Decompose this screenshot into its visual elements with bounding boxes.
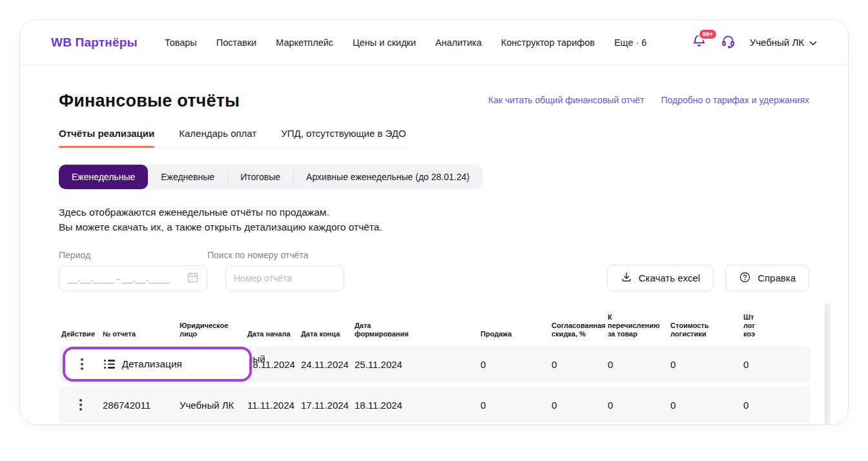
transfer-cell: 0 (608, 400, 670, 411)
segment-final[interactable]: Итоговые (227, 165, 293, 189)
legal-entity-cell: Учебный ЛК (180, 400, 247, 411)
report-number-input[interactable] (234, 273, 336, 283)
description-line-1: Здесь отображаются еженедельные отчёты п… (59, 205, 809, 220)
wb-partners-logo[interactable]: WB Партнёры (51, 36, 138, 50)
clipped-cell: 0 (743, 359, 811, 370)
segment-daily[interactable]: Ежедневные (148, 165, 227, 189)
reports-table: Действие № отчета Юридическое лицо Дата … (59, 313, 811, 425)
formation-date-cell: 25.11.2024 (355, 359, 480, 370)
discount-cell: 0 (552, 359, 608, 370)
nav-item-tariff-constructor[interactable]: Конструктор тарифов (501, 37, 595, 48)
col-header-logistics-cost: Стоимость логистики (670, 322, 721, 338)
question-circle-icon (739, 271, 751, 285)
end-date-cell: 24.11.2024 (301, 359, 355, 370)
period-input[interactable]: __.__.____ - __.__.____ (59, 265, 207, 291)
table-row[interactable]: 286742011 Учебный ЛК 11.11.2024 17.11.20… (59, 387, 811, 423)
col-header-agreed-discount: Согласованная скидка, % (552, 322, 602, 338)
sale-cell: 0 (480, 400, 552, 411)
tab-upd-missing-edo[interactable]: УПД, отсутствующие в ЭДО (281, 128, 406, 147)
link-how-to-read-report[interactable]: Как читать общий финансовый отчёт (488, 95, 644, 105)
filter-row: Период __.__.____ - __.__.____ Поиск по … (59, 250, 809, 291)
start-date-cell: 18.11.2024 (247, 359, 301, 370)
nav-item-marketplace[interactable]: Маркетплейс (276, 37, 333, 48)
nav-item-more[interactable]: Еще · 6 (614, 37, 646, 48)
top-navigation-bar: WB Партнёры Товары Поставки Маркетплейс … (20, 20, 848, 65)
report-no-cell: 286742011 (103, 400, 180, 411)
end-date-cell: 17.11.2024 (301, 400, 355, 411)
logistics-cell: 0 (670, 359, 743, 370)
col-header-sale: Продажа (480, 330, 552, 338)
help-button[interactable]: Справка (725, 265, 809, 291)
nav-item-prices-discounts[interactable]: Цены и скидки (353, 37, 416, 48)
col-header-start-date: Дата начала (247, 330, 298, 338)
col-header-clipped: Шт лог коэ (743, 313, 811, 338)
page-title: Финансовые отчёты (59, 91, 240, 111)
download-excel-label: Скачать excel (639, 272, 700, 283)
chevron-down-icon (809, 37, 817, 48)
col-header-legal-entity: Юридическое лицо (180, 322, 230, 338)
col-header-report-no: № отчета (103, 330, 180, 338)
segment-weekly[interactable]: Еженедельные (59, 165, 148, 189)
period-mask-value: __.__.____ - __.__.____ (67, 274, 170, 283)
download-excel-button[interactable]: Скачать excel (607, 265, 714, 291)
col-header-action: Действие (59, 330, 103, 338)
tab-sales-reports[interactable]: Отчёты реализации (59, 128, 154, 147)
vertical-scrollbar[interactable] (825, 303, 830, 425)
page-description: Здесь отображаются еженедельные отчёты п… (59, 205, 809, 234)
title-row: Финансовые отчёты Как читать общий финан… (59, 91, 809, 111)
download-icon (621, 271, 632, 285)
col-header-transfer-for-goods: К перечислению за товар (608, 313, 658, 338)
nav-item-analytics[interactable]: Аналитика (435, 37, 482, 48)
notifications-button[interactable]: 99+ (692, 34, 707, 51)
transfer-cell: 0 (608, 359, 670, 370)
description-line-2: Вы можете скачать их, а также открыть де… (59, 220, 809, 234)
main-window: WB Партнёры Товары Поставки Маркетплейс … (19, 19, 849, 425)
clipped-cell: 0 (743, 400, 811, 411)
kebab-menu-icon[interactable] (76, 353, 88, 375)
segment-archive-weekly[interactable]: Архивные еженедельные (до 28.01.24) (293, 165, 482, 189)
discount-cell: 0 (552, 400, 608, 411)
calendar-icon[interactable] (187, 271, 199, 286)
help-label: Справка (758, 272, 796, 283)
row-action-cell (59, 394, 103, 416)
detail-menu-label: Детализация (122, 358, 183, 370)
row-menu-popover-highlighted: Детализация (63, 347, 252, 382)
table-actions: Скачать excel Справка (607, 265, 809, 291)
help-links: Как читать общий финансовый отчёт Подроб… (488, 91, 809, 105)
report-tabs: Отчёты реализации Календарь оплат УПД, о… (59, 128, 406, 148)
period-label: Период (59, 250, 207, 260)
nav-item-goods[interactable]: Товары (165, 37, 197, 48)
period-segmented-control: Еженедельные Ежедневные Итоговые Архивны… (59, 165, 482, 189)
formation-date-cell: 18.11.2024 (355, 400, 480, 411)
search-input-box (225, 265, 344, 291)
search-label: Поиск по номеру отчёта (207, 250, 344, 260)
detail-menu-item[interactable]: Детализация (104, 358, 183, 370)
account-menu[interactable]: Учебный ЛК (750, 37, 817, 48)
nav-item-supplies[interactable]: Поставки (216, 37, 256, 48)
col-header-end-date: Дата конца (301, 330, 351, 338)
period-field: Период __.__.____ - __.__.____ (59, 250, 207, 291)
list-icon (104, 360, 115, 369)
report-search-field: Поиск по номеру отчёта (207, 250, 344, 291)
account-label: Учебный ЛК (750, 37, 804, 48)
headphones-icon (721, 34, 736, 51)
logistics-cell: 0 (670, 400, 743, 411)
page-content: Финансовые отчёты Как читать общий финан… (20, 65, 848, 425)
main-nav: Товары Поставки Маркетплейс Цены и скидк… (165, 37, 646, 48)
topbar-right-cluster: 99+ Учебный ЛК (692, 34, 817, 51)
table-header-row: Действие № отчета Юридическое лицо Дата … (59, 313, 811, 346)
col-header-formation-date: Дата формирования (355, 322, 405, 338)
tab-payment-calendar[interactable]: Календарь оплат (179, 128, 256, 147)
link-tariffs-details[interactable]: Подробно о тарифах и удержаниях (661, 95, 810, 105)
start-date-cell: 11.11.2024 (247, 400, 301, 411)
table-row[interactable]: Учебный ЛК 18.11.2024 24.11.2024 25.11.2… (59, 346, 811, 382)
notifications-count-badge: 99+ (698, 28, 718, 40)
sale-cell: 0 (480, 359, 552, 370)
support-button[interactable] (721, 34, 736, 51)
kebab-menu-icon[interactable] (74, 394, 87, 416)
